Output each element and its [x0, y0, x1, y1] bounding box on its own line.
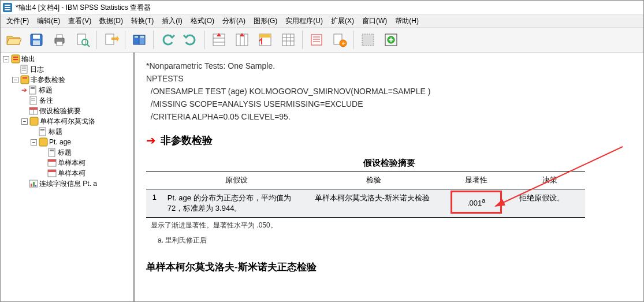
goto-variable-button[interactable] [255, 29, 276, 50]
toolbar-separator [353, 31, 354, 49]
menu-format[interactable]: 格式(O) [187, 14, 218, 28]
footnote-line: 显示了渐进显著性。显著性水平为 .050。 [146, 218, 632, 233]
svg-rect-5 [33, 35, 40, 39]
section-heading[interactable]: 非参数检验 [161, 133, 213, 147]
folder-icon [20, 75, 29, 84]
folder-icon [39, 137, 48, 147]
menu-file[interactable]: 文件(F) [3, 14, 32, 28]
svg-rect-66 [48, 159, 56, 162]
highlight-box: .001a [451, 191, 502, 214]
tree-label: 单样本柯尔莫戈洛 [40, 116, 95, 126]
tree-singlek1[interactable]: 单样本柯 [2, 158, 132, 168]
col-header-sig: 显著性 [438, 171, 515, 189]
svg-rect-16 [135, 36, 138, 38]
preview-button[interactable] [72, 29, 93, 50]
tree-singlek2[interactable]: 单样本柯 [2, 168, 132, 178]
variables-button[interactable] [278, 29, 299, 50]
tree-label: Pt. age [49, 137, 71, 147]
select-last-button[interactable] [306, 29, 327, 50]
menu-data[interactable]: 数据(D) [96, 14, 126, 28]
toolbar [1, 27, 643, 53]
col-header-null: 原假设 [163, 171, 310, 189]
export-button[interactable] [100, 29, 121, 50]
section-heading-2[interactable]: 单样本柯尔莫戈洛夫-斯米诺夫正态检验 [146, 260, 632, 274]
collapse-icon[interactable]: − [31, 139, 37, 146]
table-icon [47, 169, 57, 178]
menu-analyze[interactable]: 分析(A) [219, 14, 249, 28]
tree-log[interactable]: 日志 [2, 64, 132, 74]
svg-rect-6 [33, 40, 40, 45]
tree-title2[interactable]: 标题 [2, 126, 132, 137]
menubar: 文件(F) 编辑(E) 查看(V) 数据(D) 转换(T) 插入(I) 格式(O… [1, 14, 643, 27]
svg-rect-61 [40, 129, 44, 131]
tree-label: 标题 [58, 147, 72, 158]
syntax-line: NPTESTS [146, 72, 632, 85]
svg-rect-71 [33, 182, 35, 187]
outline-pane[interactable]: −输出 日志 −非参数检验 ➔标题 备注 假设检验摘要 −单样本柯尔莫戈洛 标题… [1, 53, 135, 302]
tree-label: 单样本柯 [58, 158, 85, 168]
toolbar-separator [204, 31, 205, 49]
menu-insert[interactable]: 插入(I) [158, 14, 185, 28]
table-row[interactable]: 1 Pt. age 的分布为正态分布，平均值为 72，标准差为 3.944。 单… [146, 189, 585, 218]
svg-rect-44 [13, 59, 18, 60]
log-icon [20, 65, 29, 74]
svg-rect-31 [311, 35, 322, 45]
save-button[interactable] [26, 29, 47, 50]
dialog-recall-button[interactable] [129, 29, 150, 50]
collapse-icon[interactable]: − [12, 77, 18, 83]
collapse-icon[interactable]: − [3, 56, 9, 62]
cell-null-hypothesis: Pt. age 的分布为正态分布，平均值为 72，标准差为 3.944。 [163, 189, 310, 218]
tree-label: 日志 [30, 64, 44, 74]
table-icon [47, 158, 57, 167]
collapse-icon[interactable]: − [21, 118, 28, 125]
titlebar: *输出4 [文档4] - IBM SPSS Statistics 查看器 [1, 1, 643, 14]
arrow-marker-icon: ➔ [21, 85, 27, 95]
tree-summary[interactable]: 假设检验摘要 [2, 106, 132, 116]
row-number: 1 [146, 189, 163, 218]
menu-window[interactable]: 窗口(W) [359, 14, 390, 28]
menu-transform[interactable]: 转换(T) [128, 14, 157, 28]
col-header-test: 检验 [310, 171, 438, 189]
designate-window-button[interactable] [358, 29, 378, 50]
svg-rect-2 [5, 7, 10, 8]
goto-data-button[interactable] [209, 29, 229, 50]
run-descriptives-button[interactable] [329, 29, 350, 50]
pivot-table[interactable]: 原假设 检验 显著性 决策 1 Pt. age 的分布为正态分布，平均值为 72… [146, 171, 585, 218]
menu-extensions[interactable]: 扩展(X) [327, 14, 358, 28]
syntax-block[interactable]: *Nonparametric Tests: One Sample. NPTEST… [146, 59, 632, 123]
tree-notes[interactable]: 备注 [2, 95, 132, 106]
app-icon [3, 3, 12, 12]
menu-view[interactable]: 查看(V) [65, 14, 95, 28]
menu-graphs[interactable]: 图形(G) [250, 14, 281, 28]
menu-help[interactable]: 帮助(H) [392, 14, 422, 28]
redo-button[interactable] [180, 29, 201, 50]
output-icon [11, 54, 20, 64]
open-button[interactable] [3, 29, 24, 50]
svg-rect-43 [13, 57, 18, 58]
chart-icon [29, 179, 38, 188]
svg-rect-25 [259, 34, 271, 38]
tree-continuous[interactable]: 连续字段信息 Pt. a [2, 178, 132, 189]
svg-rect-17 [140, 36, 144, 38]
menu-edit[interactable]: 编辑(E) [33, 14, 64, 28]
print-button[interactable] [49, 29, 70, 50]
svg-rect-1 [5, 5, 10, 6]
svg-rect-68 [48, 170, 56, 172]
tree-nptests[interactable]: −非参数检验 [2, 74, 132, 85]
goto-case-button[interactable] [232, 29, 252, 50]
viewer-pane[interactable]: *Nonparametric Tests: One Sample. NPTEST… [135, 53, 643, 302]
create-new-button[interactable] [381, 29, 401, 50]
col-header-decision: 决策 [515, 171, 585, 189]
tree-root[interactable]: −输出 [2, 54, 132, 64]
tree-onesample[interactable]: −单样本柯尔莫戈洛 [2, 116, 132, 126]
svg-rect-49 [21, 76, 29, 84]
tree-title3[interactable]: 标题 [2, 147, 132, 158]
undo-button[interactable] [157, 29, 178, 50]
pivot-table-block[interactable]: 假设检验摘要 原假设 检验 显著性 决策 1 Pt. age 的分布为正态分布，… [146, 158, 632, 248]
tree-ptage[interactable]: −Pt. age [2, 137, 132, 147]
menu-utilities[interactable]: 实用程序(U) [282, 14, 326, 28]
title-icon [28, 85, 38, 95]
svg-rect-70 [31, 184, 32, 187]
tree-title[interactable]: ➔标题 [2, 85, 132, 95]
svg-rect-64 [50, 150, 54, 151]
